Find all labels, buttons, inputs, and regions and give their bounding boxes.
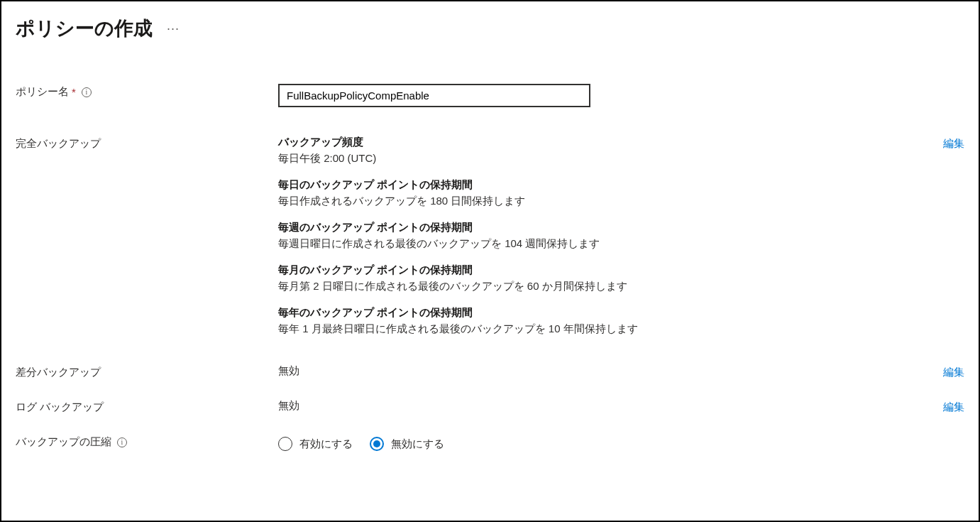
diff-backup-row: 差分バックアップ 無効 編集 bbox=[16, 364, 964, 379]
full-backup-row: 完全バックアップ バックアップ頻度毎日午後 2:00 (UTC)毎日のバックアッ… bbox=[16, 136, 964, 336]
full-backup-section-desc: 毎日午後 2:00 (UTC) bbox=[278, 152, 922, 165]
full-backup-section-desc: 毎日作成されるバックアップを 180 日間保持します bbox=[278, 195, 922, 208]
radio-dot-icon bbox=[373, 440, 380, 447]
more-actions-button[interactable]: ··· bbox=[167, 21, 180, 36]
diff-backup-content: 無効 bbox=[278, 364, 964, 378]
log-backup-row: ログ バックアップ 無効 編集 bbox=[16, 399, 964, 414]
compression-disable-label: 無効にする bbox=[391, 437, 444, 451]
log-backup-edit-link[interactable]: 編集 bbox=[943, 401, 964, 414]
full-backup-section-heading: 毎年のバックアップ ポイントの保持期間 bbox=[278, 306, 922, 320]
compression-label: バックアップの圧縮 i bbox=[16, 434, 278, 449]
full-backup-edit-link[interactable]: 編集 bbox=[943, 137, 964, 151]
policy-name-content bbox=[278, 84, 964, 107]
policy-name-label: ポリシー名 * i bbox=[16, 84, 278, 99]
full-backup-section-heading: 毎日のバックアップ ポイントの保持期間 bbox=[278, 178, 922, 192]
log-backup-label: ログ バックアップ bbox=[16, 399, 278, 414]
compression-row: バックアップの圧縮 i 有効にする 無効にする bbox=[16, 434, 964, 451]
full-backup-section-heading: 毎月のバックアップ ポイントの保持期間 bbox=[278, 263, 922, 277]
full-backup-label: 完全バックアップ bbox=[16, 136, 278, 151]
policy-name-input[interactable] bbox=[278, 84, 590, 107]
compression-enable-label: 有効にする bbox=[299, 437, 353, 451]
compression-disable-radio[interactable]: 無効にする bbox=[370, 437, 444, 451]
full-backup-section-desc: 毎月第 2 日曜日に作成される最後のバックアップを 60 か月間保持します bbox=[278, 280, 922, 293]
diff-backup-edit-link[interactable]: 編集 bbox=[943, 366, 964, 379]
compression-radio-group: 有効にする 無効にする bbox=[278, 437, 922, 451]
log-backup-value: 無効 bbox=[278, 399, 299, 411]
full-backup-content: バックアップ頻度毎日午後 2:00 (UTC)毎日のバックアップ ポイントの保持… bbox=[278, 136, 964, 336]
page-title: ポリシーの作成 bbox=[16, 16, 153, 41]
full-backup-section-desc: 毎年 1 月最終日曜日に作成される最後のバックアップを 10 年間保持します bbox=[278, 322, 922, 336]
compression-enable-radio[interactable]: 有効にする bbox=[278, 437, 353, 451]
radio-circle-selected-icon bbox=[370, 437, 384, 451]
compression-label-text: バックアップの圧縮 bbox=[16, 435, 111, 449]
full-backup-section-heading: 毎週のバックアップ ポイントの保持期間 bbox=[278, 221, 922, 234]
info-icon[interactable]: i bbox=[117, 437, 127, 447]
diff-backup-label: 差分バックアップ bbox=[16, 364, 278, 379]
full-backup-section-heading: バックアップ頻度 bbox=[278, 136, 922, 149]
log-backup-content: 無効 bbox=[278, 399, 964, 413]
diff-backup-value: 無効 bbox=[278, 364, 299, 376]
info-icon[interactable]: i bbox=[82, 87, 92, 97]
required-indicator: * bbox=[72, 86, 76, 98]
policy-name-row: ポリシー名 * i bbox=[16, 84, 964, 107]
radio-circle-icon bbox=[278, 437, 292, 451]
policy-name-label-text: ポリシー名 bbox=[16, 85, 69, 99]
compression-content: 有効にする 無効にする bbox=[278, 434, 964, 451]
page-header: ポリシーの作成 ··· bbox=[16, 16, 964, 41]
full-backup-section-desc: 毎週日曜日に作成される最後のバックアップを 104 週間保持します bbox=[278, 237, 922, 251]
